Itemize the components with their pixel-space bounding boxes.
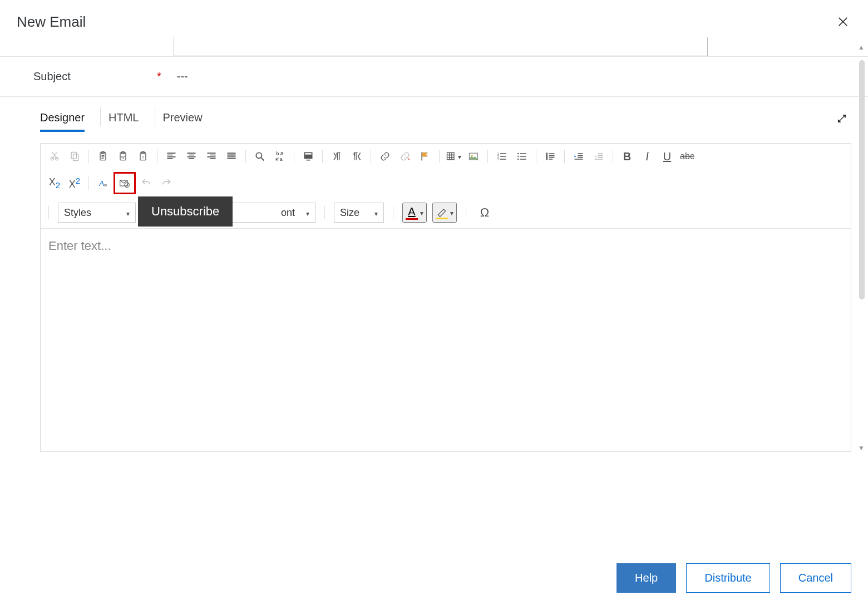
svg-text:b: b <box>276 151 279 156</box>
omega-icon: Ω <box>480 205 489 220</box>
svg-point-12 <box>256 153 262 158</box>
subject-value[interactable]: --- <box>177 70 188 83</box>
toolbar-separator <box>294 150 294 163</box>
copy-button[interactable] <box>65 147 84 166</box>
scroll-down-indicator[interactable]: ▼ <box>858 444 865 452</box>
cut-icon <box>49 151 60 162</box>
rtl-button[interactable] <box>347 147 366 166</box>
indent-icon <box>573 151 584 162</box>
unlink-button[interactable] <box>396 147 415 166</box>
subscript-button[interactable]: X2 <box>45 174 64 193</box>
anchor-button[interactable] <box>416 147 435 166</box>
tab-separator <box>100 107 101 126</box>
toolbar-separator <box>88 176 89 190</box>
flag-icon <box>420 151 431 162</box>
styles-dropdown[interactable]: Styles <box>58 203 136 223</box>
align-left-icon <box>166 151 177 162</box>
paste-text-button[interactable]: T <box>134 147 152 166</box>
templates-icon <box>303 151 314 162</box>
special-char-button[interactable]: Ω <box>475 203 494 222</box>
italic-button[interactable]: I <box>638 147 657 166</box>
image-icon <box>468 151 479 162</box>
table-button[interactable] <box>444 147 463 166</box>
size-dropdown[interactable]: Size <box>334 203 384 223</box>
required-asterisk: * <box>157 70 161 83</box>
chevron-down-icon <box>126 207 130 219</box>
help-button[interactable]: Help <box>617 563 676 593</box>
align-center-icon <box>186 151 197 162</box>
highlight-icon <box>436 206 448 219</box>
paste-text-icon: T <box>137 151 149 162</box>
underline-button[interactable]: U <box>658 147 677 166</box>
bold-button[interactable]: B <box>618 147 637 166</box>
header-input-remnant[interactable] <box>174 37 708 56</box>
remove-format-button[interactable]: A <box>93 174 112 193</box>
expand-icon <box>836 112 848 125</box>
align-center-button[interactable] <box>182 147 201 166</box>
svg-text:a: a <box>280 156 283 162</box>
svg-rect-16 <box>305 153 312 155</box>
undo-button[interactable] <box>137 174 156 193</box>
replace-button[interactable]: ba <box>270 147 289 166</box>
outdent-button[interactable] <box>589 147 608 166</box>
bold-icon: B <box>623 150 631 163</box>
find-button[interactable] <box>250 147 269 166</box>
text-color-button[interactable]: A <box>402 203 427 223</box>
unlink-icon <box>400 151 411 162</box>
bullet-list-icon <box>516 151 527 162</box>
cut-button[interactable] <box>45 147 64 166</box>
tab-designer[interactable]: Designer <box>40 107 85 132</box>
text-color-icon: A <box>406 205 418 220</box>
svg-point-24 <box>517 156 519 158</box>
undo-icon <box>141 178 152 189</box>
rtl-icon <box>351 151 362 162</box>
scroll-up-indicator[interactable]: ▲ <box>858 43 865 51</box>
copy-icon <box>69 151 80 162</box>
distribute-button[interactable]: Distribute <box>686 563 770 593</box>
editor-content[interactable]: Enter text... <box>41 229 851 451</box>
link-button[interactable] <box>376 147 394 166</box>
paste-word-button[interactable]: W <box>114 147 132 166</box>
numbered-list-icon: 123 <box>496 151 507 162</box>
cancel-button[interactable]: Cancel <box>780 563 851 593</box>
indent-button[interactable] <box>569 147 588 166</box>
svg-point-19 <box>471 155 473 156</box>
toolbar-separator <box>245 150 246 163</box>
redo-button[interactable] <box>157 174 176 193</box>
bg-color-button[interactable] <box>432 203 457 223</box>
paste-icon <box>97 151 108 162</box>
strikethrough-button[interactable]: abc <box>678 147 697 166</box>
align-right-button[interactable] <box>202 147 221 166</box>
ltr-button[interactable] <box>327 147 346 166</box>
tab-html[interactable]: HTML <box>108 107 139 132</box>
vertical-scrollbar[interactable] <box>859 60 865 299</box>
paste-button[interactable] <box>93 147 112 166</box>
bullet-list-button[interactable] <box>512 147 531 166</box>
svg-text:W: W <box>121 155 125 159</box>
align-justify-button[interactable] <box>222 147 241 166</box>
svg-rect-2 <box>71 153 76 159</box>
tab-preview[interactable]: Preview <box>163 107 203 132</box>
image-button[interactable] <box>464 147 483 166</box>
subject-label: Subject <box>33 70 157 83</box>
close-button[interactable] <box>835 13 851 32</box>
blockquote-button[interactable] <box>541 147 560 166</box>
chevron-down-icon <box>450 209 453 217</box>
strikethrough-icon: abc <box>680 151 694 161</box>
styles-label: Styles <box>64 207 91 219</box>
underline-icon: U <box>663 150 671 163</box>
unsubscribe-button[interactable] <box>115 174 134 193</box>
numbered-list-button[interactable]: 123 <box>492 147 511 166</box>
expand-button[interactable] <box>832 109 851 130</box>
editor: W T ba 123 B I U abc X2 <box>40 143 851 452</box>
templates-button[interactable] <box>299 147 318 166</box>
tab-separator <box>155 107 155 126</box>
remove-format-icon: A <box>97 178 108 189</box>
table-icon <box>446 151 457 162</box>
svg-text:A: A <box>98 179 104 188</box>
unsubscribe-icon <box>119 178 130 189</box>
svg-point-23 <box>517 153 519 155</box>
toolbar-separator <box>439 150 440 163</box>
align-left-button[interactable] <box>162 147 181 166</box>
superscript-button[interactable]: X2 <box>65 174 84 193</box>
